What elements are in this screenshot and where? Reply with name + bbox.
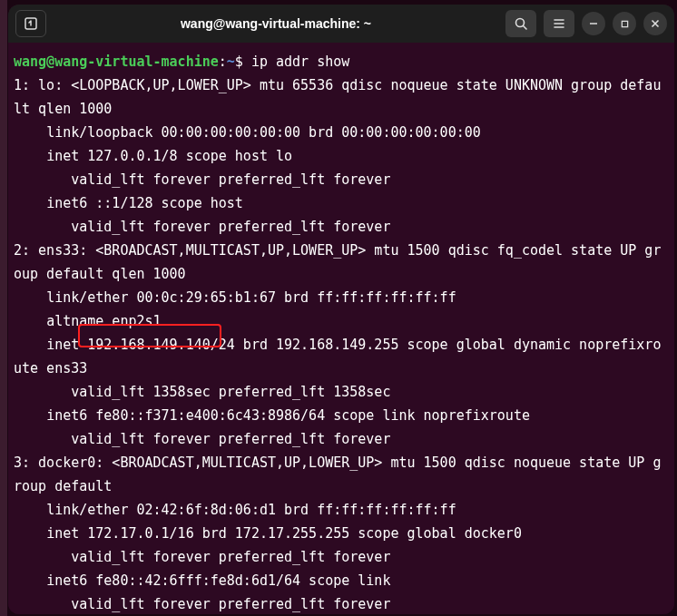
prompt-colon: :	[219, 54, 227, 70]
new-tab-icon	[24, 16, 38, 31]
output-line: altname enp2s1	[14, 313, 162, 329]
command-text: ip addr show	[251, 54, 349, 70]
close-button[interactable]	[643, 12, 667, 35]
output-line: valid_lft forever preferred_lft forever	[14, 219, 390, 235]
output-line: valid_lft forever preferred_lft forever	[14, 549, 390, 565]
output-line: 2: ens33: <BROADCAST,MULTICAST,UP,LOWER_…	[14, 242, 661, 282]
output-line: inet 127.0.0.1/8 scope host lo	[14, 148, 292, 164]
close-icon	[651, 19, 660, 28]
window-title: wang@wang-virtual-machine: ~	[54, 16, 498, 31]
desktop-sidebar	[0, 0, 7, 616]
output-line: link/ether 00:0c:29:65:b1:67 brd ff:ff:f…	[14, 289, 456, 306]
output-line: 1: lo: <LOOPBACK,UP,LOWER_UP> mtu 65536 …	[14, 77, 661, 117]
output-line: valid_lft forever preferred_lft forever	[14, 431, 390, 447]
output-line: valid_lft forever preferred_lft forever	[14, 171, 390, 188]
menu-button[interactable]	[544, 10, 574, 37]
maximize-button[interactable]	[613, 12, 636, 35]
search-icon	[514, 16, 528, 31]
output-line: valid_lft forever preferred_lft forever	[14, 596, 390, 612]
output-line: link/ether 02:42:6f:8d:06:d1 brd ff:ff:f…	[14, 502, 456, 518]
minimize-icon	[589, 19, 598, 28]
output-line: inet6 fe80::42:6fff:fe8d:6d1/64 scope li…	[14, 572, 390, 589]
search-button[interactable]	[505, 10, 536, 37]
menu-icon	[552, 16, 566, 31]
output-line: link/loopback 00:00:00:00:00:00 brd 00:0…	[14, 124, 481, 141]
minimize-button[interactable]	[582, 12, 605, 35]
prompt-dollar: $	[235, 54, 243, 70]
titlebar: wang@wang-virtual-machine: ~	[8, 5, 674, 43]
output-line: inet 192.168.149.140/24 brd 192.168.149.…	[14, 337, 661, 376]
output-line: inet6 ::1/128 scope host	[14, 195, 243, 211]
titlebar-right	[505, 10, 667, 37]
output-line: inet6 fe80::f371:e400:6c43:8986/64 scope…	[14, 407, 530, 424]
new-tab-button[interactable]	[15, 10, 46, 37]
titlebar-left	[15, 10, 46, 37]
output-line: 3: docker0: <BROADCAST,MULTICAST,UP,LOWE…	[14, 455, 661, 494]
terminal-body[interactable]: wang@wang-virtual-machine:~$ ip addr sho…	[8, 43, 674, 614]
output-line: inet 172.17.0.1/16 brd 172.17.255.255 sc…	[14, 525, 522, 542]
prompt-user-host: wang@wang-virtual-machine	[14, 54, 219, 70]
prompt-path: ~	[227, 54, 235, 70]
maximize-icon	[621, 20, 629, 28]
output-line: valid_lft 1358sec preferred_lft 1358sec	[14, 384, 390, 400]
terminal-window: wang@wang-virtual-machine: ~	[8, 5, 674, 614]
svg-rect-2	[622, 21, 627, 26]
